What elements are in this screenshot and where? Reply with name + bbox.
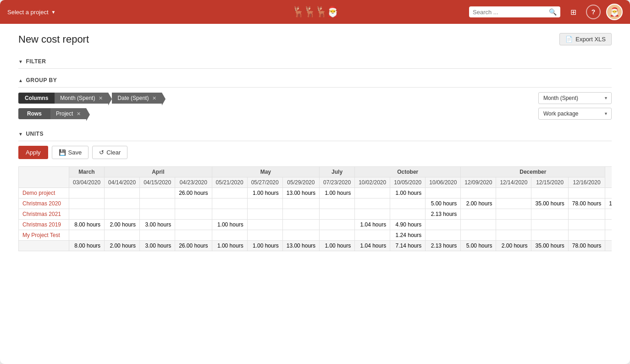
data-cell bbox=[390, 199, 426, 209]
date-header-0723: 07/23/2020 bbox=[320, 177, 355, 188]
action-buttons: Apply 💾 Save ↺ Clear bbox=[18, 146, 612, 159]
data-cell bbox=[212, 209, 247, 220]
data-cell bbox=[175, 230, 212, 241]
filter-section-header[interactable]: ▼ FILTER bbox=[18, 55, 612, 69]
main-content: New cost report 📄 Export XLS ▼ FILTER ▲ … bbox=[0, 24, 630, 364]
data-cell: 3.00 hours bbox=[140, 220, 175, 230]
data-cell bbox=[140, 209, 175, 220]
data-cell bbox=[175, 199, 212, 209]
data-cell bbox=[320, 199, 355, 209]
data-cell bbox=[496, 220, 531, 230]
chevron-down-icon: ▼ bbox=[51, 10, 56, 15]
data-cell bbox=[247, 220, 282, 230]
save-button[interactable]: 💾 Save bbox=[52, 146, 89, 159]
data-cell bbox=[426, 220, 461, 230]
data-cell bbox=[355, 230, 390, 241]
rows-label: Rows bbox=[18, 108, 50, 119]
table-row: Christmas 20205.00 hours2.00 hours35.00 … bbox=[19, 199, 612, 209]
save-label: Save bbox=[68, 149, 82, 156]
total-cell: 13.00 hours bbox=[282, 241, 319, 251]
total-column-header bbox=[605, 167, 612, 188]
rows-tags: Project ✕ bbox=[50, 108, 86, 119]
december-header: December bbox=[461, 167, 605, 177]
date-header-1215: 12/15/2020 bbox=[531, 177, 568, 188]
data-cell bbox=[355, 188, 390, 199]
data-cell bbox=[568, 230, 605, 241]
search-box[interactable]: 🔍 bbox=[469, 6, 560, 17]
data-cell bbox=[69, 230, 105, 241]
data-cell bbox=[320, 209, 355, 220]
project-cell[interactable]: My Project Test bbox=[19, 230, 69, 241]
data-cell: 1.00 hours bbox=[212, 220, 247, 230]
clear-icon: ↺ bbox=[99, 149, 104, 156]
row-total: 120.00 hours bbox=[605, 199, 612, 209]
select-project-button[interactable]: Select a project ▼ bbox=[7, 9, 56, 16]
total-cell: 2.13 hours bbox=[426, 241, 461, 251]
project-cell[interactable]: Christmas 2020 bbox=[19, 199, 69, 209]
date-header-1214: 12/14/2020 bbox=[496, 177, 531, 188]
help-button[interactable]: ? bbox=[586, 5, 601, 19]
data-cell bbox=[496, 188, 531, 199]
avatar[interactable]: 🎅 bbox=[606, 4, 623, 20]
save-icon: 💾 bbox=[59, 149, 66, 156]
data-cell: 1.04 hours bbox=[355, 220, 390, 230]
rows-dropdown[interactable]: Work package Project User Activity bbox=[538, 108, 612, 120]
data-cell bbox=[355, 209, 390, 220]
row-total: 1.24 hours bbox=[605, 230, 612, 241]
data-cell: 13.00 hours bbox=[282, 188, 319, 199]
project-cell[interactable]: Demo project bbox=[19, 188, 69, 199]
april-header: April bbox=[105, 167, 212, 177]
columns-dropdown-select[interactable]: Month (Spent) Date (Spent) Week (Spent) bbox=[538, 92, 612, 104]
project-tag-remove[interactable]: ✕ bbox=[77, 111, 81, 117]
project-cell[interactable]: Christmas 2019 bbox=[19, 220, 69, 230]
data-cell bbox=[496, 230, 531, 241]
columns-dropdown[interactable]: Month (Spent) Date (Spent) Week (Spent) bbox=[538, 92, 612, 104]
data-cell bbox=[531, 188, 568, 199]
data-cell: 2.13 hours bbox=[426, 209, 461, 220]
project-cell[interactable]: Christmas 2021 bbox=[19, 209, 69, 220]
data-cell: 2.00 hours bbox=[105, 220, 140, 230]
group-by-section-header[interactable]: ▲ GROUP BY bbox=[18, 73, 612, 88]
data-cell: 4.90 hours bbox=[390, 220, 426, 230]
rows-dropdown-select[interactable]: Work package Project User Activity bbox=[538, 108, 612, 120]
export-xls-button[interactable]: 📄 Export XLS bbox=[559, 33, 612, 45]
apps-button[interactable]: ⊞ bbox=[566, 5, 580, 19]
data-cell: 78.00 hours bbox=[568, 199, 605, 209]
date-spent-tag-remove[interactable]: ✕ bbox=[152, 95, 156, 101]
clear-button[interactable]: ↺ Clear bbox=[92, 146, 127, 159]
filter-toggle-icon: ▼ bbox=[18, 59, 23, 64]
group-by-toggle-icon: ▲ bbox=[18, 78, 23, 83]
data-cell bbox=[461, 230, 496, 241]
group-by-section: Columns Month (Spent) ✕ Date (Spent) ✕ bbox=[18, 92, 612, 120]
total-cell: 1.04 hours bbox=[355, 241, 390, 251]
date-header-0414: 04/14/2020 bbox=[105, 177, 140, 188]
data-cell bbox=[247, 209, 282, 220]
data-cell bbox=[531, 209, 568, 220]
data-cell bbox=[282, 199, 319, 209]
report-table-wrapper: March April May July October December 03… bbox=[18, 166, 612, 251]
units-section-header[interactable]: ▼ UNITS bbox=[18, 127, 612, 141]
page-title: New cost report bbox=[18, 33, 89, 45]
data-cell bbox=[568, 220, 605, 230]
apply-button[interactable]: Apply bbox=[18, 146, 48, 159]
data-cell bbox=[105, 188, 140, 199]
date-header-0529: 05/29/2020 bbox=[282, 177, 319, 188]
data-cell bbox=[461, 188, 496, 199]
select-project-label: Select a project bbox=[7, 9, 49, 16]
columns-tags: Month (Spent) ✕ Date (Spent) ✕ bbox=[55, 93, 162, 104]
row-total: 2.13 hours bbox=[605, 209, 612, 220]
data-cell bbox=[140, 230, 175, 241]
total-cell: 1.00 hours bbox=[247, 241, 282, 251]
data-cell bbox=[140, 188, 175, 199]
data-cell bbox=[568, 188, 605, 199]
search-input[interactable] bbox=[473, 9, 546, 16]
data-cell: 2.00 hours bbox=[461, 199, 496, 209]
data-cell: 8.00 hours bbox=[69, 220, 105, 230]
date-header-1209: 12/09/2020 bbox=[461, 177, 496, 188]
total-cell: 1.00 hours bbox=[212, 241, 247, 251]
nav-center-logo: 🦌🦌🦌🎅 bbox=[292, 6, 338, 18]
total-cell: 8.00 hours bbox=[69, 241, 105, 251]
grand-total bbox=[605, 241, 612, 251]
month-spent-tag-remove[interactable]: ✕ bbox=[99, 95, 103, 101]
rows-row: Rows Project ✕ Work package Project User… bbox=[18, 108, 612, 120]
